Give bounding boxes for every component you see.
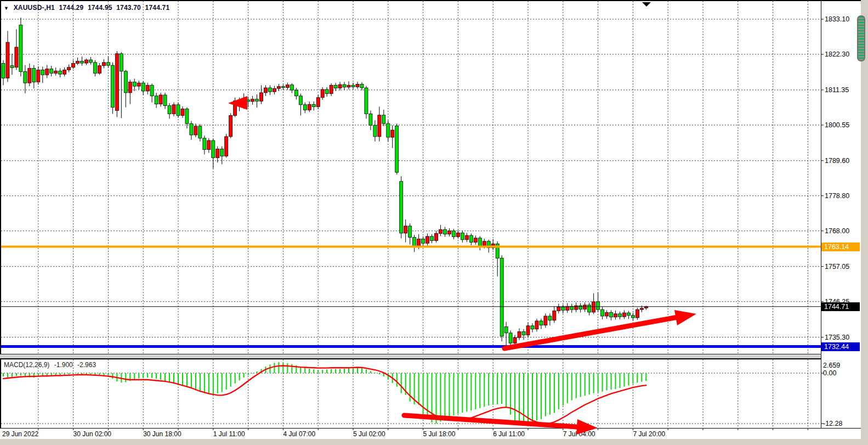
time-axis-label: 29 Jun 2022	[2, 430, 38, 438]
macd-axis-label: -12.28	[823, 419, 842, 428]
price-axis[interactable]: 1833.101822.301811.351800.551789.601778.…	[821, 1, 861, 428]
symbol-name: XAUUSD-,H1	[14, 4, 55, 12]
time-axis-label: 7 Jul 20:00	[633, 430, 665, 438]
macd-indicator-label: MACD(12,26,9) -1.900 -2.963	[4, 361, 99, 369]
macd-name: MACD(12,26,9)	[4, 361, 49, 369]
ohlc-low: 1743.70	[116, 4, 141, 12]
macd-panel[interactable]	[0, 358, 821, 428]
mt4-chart-window: 1833.101822.301811.351800.551789.601778.…	[0, 0, 868, 445]
price-axis-label: 1768.00	[825, 227, 849, 235]
price-axis-label: 1757.05	[825, 262, 849, 271]
price-axis-label: 1778.80	[825, 191, 849, 200]
price-axis-label: 1800.55	[825, 121, 849, 129]
symbol-ohlc-label: ▼ XAUUSD-,H1 1744.29 1744.95 1743.70 174…	[4, 4, 172, 12]
price-axis-label: 1811.35	[825, 86, 849, 94]
main-chart-panel[interactable]	[0, 1, 821, 354]
time-axis-label: 30 Jun 18:00	[143, 430, 181, 438]
price-axis-label: 1789.60	[825, 156, 849, 165]
price-axis-label: 1833.10	[825, 15, 849, 24]
time-axis[interactable]: 29 Jun 202230 Jun 02:0030 Jun 18:001 Jul…	[0, 428, 861, 439]
time-axis-label: 6 Jul 11:00	[493, 430, 525, 438]
ohlc-close: 1744.71	[145, 4, 170, 12]
dropdown-triangle-icon[interactable]: ▼	[4, 5, 9, 11]
time-axis-label: 7 Jul 04:00	[563, 430, 595, 438]
time-axis-label: 5 Jul 02:00	[353, 430, 385, 438]
current-price-tag: 1744.71	[821, 302, 860, 311]
ohlc-high: 1744.95	[88, 4, 112, 12]
price-axis-label: 1822.30	[825, 50, 849, 59]
macd-main-value: -1.900	[54, 361, 73, 369]
price-axis-label: 1735.30	[825, 333, 849, 342]
bottom-strip	[0, 439, 868, 445]
scroll-thumb[interactable]	[857, 15, 865, 61]
time-axis-label: 1 Jul 11:00	[213, 430, 245, 438]
ohlc-open: 1744.29	[59, 4, 84, 12]
orange-level-price-tag: 1763.14	[821, 243, 860, 251]
time-axis-label: 30 Jun 02:00	[73, 430, 111, 438]
time-axis-label: 4 Jul 07:00	[283, 430, 315, 438]
macd-signal-value: -2.963	[77, 361, 96, 369]
macd-axis-label: 0.00	[823, 369, 836, 378]
blue-level-price-tag: 1732.44	[821, 342, 860, 351]
right-gutter	[861, 0, 868, 439]
time-axis-label: 5 Jul 18:00	[423, 430, 456, 438]
